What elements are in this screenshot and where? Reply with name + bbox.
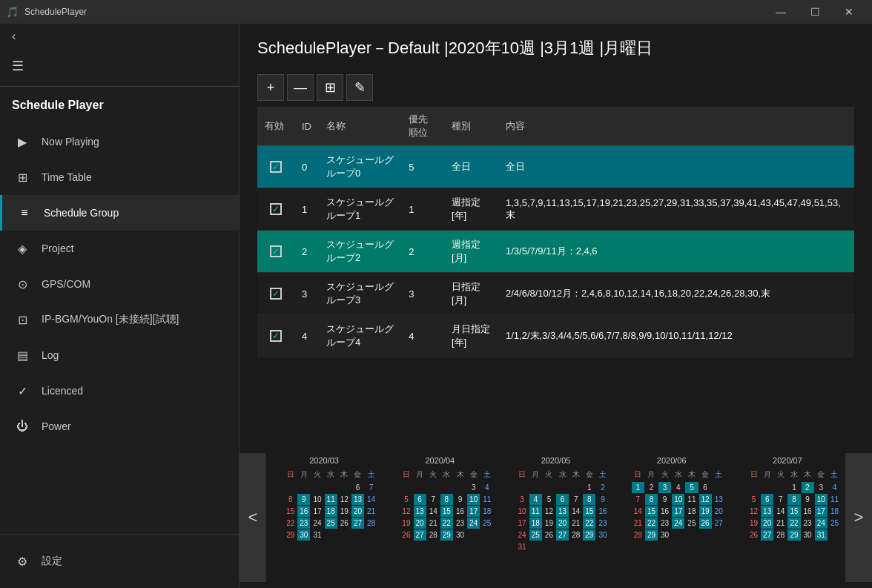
cal-day-cell[interactable]: 3 bbox=[467, 482, 480, 493]
table-row[interactable]: ✓0スケジュールグループ05全日全日 bbox=[257, 146, 854, 188]
cal-day-cell[interactable]: 16 bbox=[596, 506, 609, 517]
cal-day-cell[interactable]: 21 bbox=[365, 506, 377, 517]
cal-day-cell[interactable]: 8 bbox=[787, 494, 800, 505]
cal-day-cell[interactable]: 10 bbox=[672, 494, 684, 505]
cal-day-cell[interactable]: 28 bbox=[365, 518, 377, 529]
cal-day-cell[interactable]: 20 bbox=[761, 518, 773, 529]
cal-day-cell[interactable]: 27 bbox=[351, 518, 364, 529]
cal-day-cell[interactable]: 11 bbox=[828, 494, 841, 505]
cal-day-cell[interactable]: 24 bbox=[516, 529, 529, 541]
cal-day-cell[interactable]: 25 bbox=[685, 518, 698, 529]
cal-day-cell[interactable]: 19 bbox=[338, 506, 351, 517]
row-checkbox[interactable]: ✓ bbox=[257, 146, 294, 188]
cal-day-cell[interactable]: 26 bbox=[543, 529, 555, 541]
cal-day-cell[interactable]: 8 bbox=[440, 494, 453, 505]
cal-day-cell[interactable]: 9 bbox=[802, 494, 814, 505]
cal-day-cell[interactable]: 12 bbox=[543, 506, 555, 517]
cal-day-cell[interactable]: 1 bbox=[583, 482, 595, 493]
cal-day-cell[interactable]: 22 bbox=[284, 518, 297, 529]
cal-day-cell[interactable]: 10 bbox=[516, 506, 529, 517]
cal-day-cell[interactable]: 23 bbox=[596, 518, 609, 529]
cal-day-cell[interactable]: 5 bbox=[543, 494, 555, 505]
cal-day-cell[interactable]: 22 bbox=[583, 518, 595, 529]
cal-day-cell[interactable]: 30 bbox=[802, 529, 814, 541]
cal-day-cell[interactable]: 10 bbox=[815, 494, 828, 505]
cal-day-cell[interactable]: 17 bbox=[311, 506, 323, 517]
sidebar-item-nowplaying[interactable]: ▶Now Playing bbox=[0, 124, 239, 159]
cal-day-cell[interactable]: 21 bbox=[569, 518, 582, 529]
sidebar-item-timetable[interactable]: ⊞Time Table bbox=[0, 159, 239, 195]
cal-day-cell[interactable]: 13 bbox=[351, 494, 364, 505]
cal-day-cell[interactable]: 30 bbox=[658, 529, 671, 541]
cal-day-cell[interactable]: 18 bbox=[480, 506, 493, 517]
sidebar-item-schedulegroup[interactable]: ≡Schedule Group bbox=[0, 195, 239, 231]
cal-day-cell[interactable]: 3 bbox=[516, 494, 529, 505]
cal-day-cell[interactable]: 27 bbox=[713, 518, 725, 529]
cal-day-cell[interactable]: 24 bbox=[815, 518, 828, 529]
sidebar-item-log[interactable]: ▤Log bbox=[0, 337, 239, 373]
cal-day-cell[interactable]: 6 bbox=[556, 494, 569, 505]
cal-day-cell[interactable]: 29 bbox=[284, 529, 297, 541]
cal-day-cell[interactable]: 8 bbox=[284, 494, 297, 505]
cal-day-cell[interactable]: 7 bbox=[632, 494, 644, 505]
cal-day-cell[interactable]: 12 bbox=[699, 494, 712, 505]
cal-day-cell[interactable]: 6 bbox=[699, 482, 712, 493]
cal-day-cell[interactable]: 29 bbox=[440, 529, 453, 541]
table-row[interactable]: ✓1スケジュールグループ11週指定[年]1,3,5,7,9,11,13,15,1… bbox=[257, 188, 854, 231]
sidebar-item-project[interactable]: ◈Project bbox=[0, 231, 239, 266]
cal-day-cell[interactable]: 23 bbox=[658, 518, 671, 529]
row-checkbox[interactable]: ✓ bbox=[257, 188, 294, 231]
cal-day-cell[interactable]: 28 bbox=[569, 529, 582, 541]
cal-day-cell[interactable]: 22 bbox=[440, 518, 453, 529]
cal-day-cell[interactable]: 13 bbox=[556, 506, 569, 517]
cal-day-cell[interactable]: 4 bbox=[828, 482, 841, 493]
cal-day-cell[interactable]: 12 bbox=[400, 506, 412, 517]
cal-day-cell[interactable]: 19 bbox=[699, 506, 712, 517]
cal-day-cell[interactable]: 18 bbox=[685, 506, 698, 517]
cal-day-cell[interactable]: 14 bbox=[365, 494, 377, 505]
cal-day-cell[interactable]: 15 bbox=[440, 506, 453, 517]
cal-day-cell[interactable]: 3 bbox=[815, 482, 828, 493]
sidebar-item-power[interactable]: ⏻Power bbox=[0, 409, 239, 444]
cal-day-cell[interactable]: 22 bbox=[645, 518, 658, 529]
back-button[interactable]: ‹ bbox=[0, 24, 239, 49]
cal-day-cell[interactable]: 20 bbox=[351, 506, 364, 517]
cal-day-cell[interactable]: 17 bbox=[672, 506, 684, 517]
hamburger-icon[interactable]: ☰ bbox=[12, 58, 24, 74]
cal-day-cell[interactable]: 28 bbox=[427, 529, 440, 541]
cal-day-cell[interactable]: 25 bbox=[828, 518, 841, 529]
table-button[interactable]: ⊞ bbox=[317, 74, 343, 101]
cal-day-cell[interactable]: 13 bbox=[414, 506, 426, 517]
cal-day-cell[interactable]: 26 bbox=[747, 529, 760, 541]
cal-day-cell[interactable]: 25 bbox=[325, 518, 337, 529]
cal-day-cell[interactable]: 21 bbox=[632, 518, 644, 529]
cal-day-cell[interactable]: 15 bbox=[645, 506, 658, 517]
cal-day-cell[interactable]: 14 bbox=[774, 506, 787, 517]
cal-day-cell[interactable]: 8 bbox=[583, 494, 595, 505]
cal-day-cell[interactable]: 30 bbox=[297, 529, 310, 541]
cal-day-cell[interactable]: 23 bbox=[297, 518, 310, 529]
cal-day-cell[interactable]: 14 bbox=[427, 506, 440, 517]
cal-day-cell[interactable]: 1 bbox=[787, 482, 800, 493]
cal-day-cell[interactable]: 11 bbox=[325, 494, 337, 505]
cal-day-cell[interactable]: 30 bbox=[454, 529, 466, 541]
sidebar-item-gps/com[interactable]: ⊙GPS/COM bbox=[0, 266, 239, 302]
cal-day-cell[interactable]: 6 bbox=[414, 494, 426, 505]
cal-day-cell[interactable]: 19 bbox=[400, 518, 412, 529]
settings-item[interactable]: ⚙ 設定 bbox=[0, 544, 239, 579]
maximize-button[interactable]: ☐ bbox=[798, 0, 832, 24]
cal-day-cell[interactable]: 16 bbox=[658, 506, 671, 517]
cal-day-cell[interactable]: 21 bbox=[427, 518, 440, 529]
cal-day-cell[interactable]: 7 bbox=[365, 482, 377, 493]
table-row[interactable]: ✓4スケジュールグループ44月日指定[年]1/1,2/末,3/3,4/4,5/5… bbox=[257, 315, 854, 357]
cal-day-cell[interactable]: 17 bbox=[516, 518, 529, 529]
cal-day-cell[interactable]: 27 bbox=[556, 529, 569, 541]
cal-day-cell[interactable]: 9 bbox=[658, 494, 671, 505]
remove-button[interactable]: — bbox=[287, 74, 314, 101]
cal-day-cell[interactable]: 3 bbox=[658, 482, 671, 493]
cal-day-cell[interactable]: 13 bbox=[713, 494, 725, 505]
cal-day-cell[interactable]: 16 bbox=[802, 506, 814, 517]
cal-day-cell[interactable]: 11 bbox=[529, 506, 542, 517]
cal-day-cell[interactable]: 15 bbox=[787, 506, 800, 517]
cal-day-cell[interactable]: 19 bbox=[543, 518, 555, 529]
